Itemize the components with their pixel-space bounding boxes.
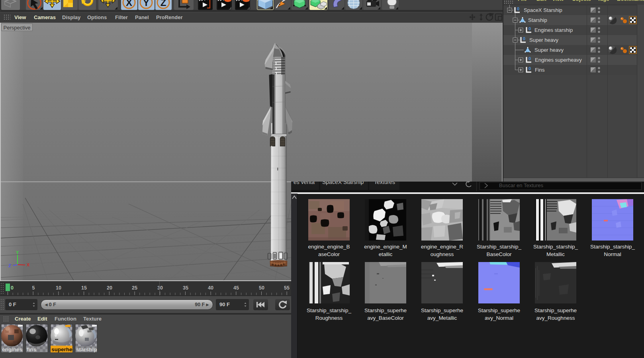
svg-text:Y: Y <box>16 250 19 255</box>
svg-text:X: X <box>126 0 132 8</box>
svg-text:0: 0 <box>529 26 531 31</box>
svg-text:Z: Z <box>8 263 11 268</box>
svg-text:starship: starship <box>76 346 97 352</box>
svg-text:45: 45 <box>233 285 239 291</box>
svg-text:0: 0 <box>523 36 525 41</box>
svg-text:0: 0 <box>11 285 14 291</box>
svg-text:10: 10 <box>56 285 61 291</box>
svg-text:50: 50 <box>259 285 264 291</box>
svg-text:Z: Z <box>161 0 166 8</box>
svg-text:fins: fins <box>27 346 36 352</box>
svg-text:30: 30 <box>157 285 163 291</box>
svg-text:superhe: superhe <box>51 346 72 352</box>
svg-text:55: 55 <box>284 285 290 291</box>
svg-text:25: 25 <box>132 285 137 291</box>
svg-text:0: 0 <box>529 66 531 71</box>
svg-text:X: X <box>27 262 30 267</box>
svg-text:40: 40 <box>208 285 213 291</box>
svg-text:20: 20 <box>107 285 112 291</box>
svg-text:0: 0 <box>529 56 531 61</box>
svg-text:Y: Y <box>143 0 149 8</box>
svg-text:0: 0 <box>517 6 519 11</box>
svg-text:engines: engines <box>2 346 22 352</box>
svg-text:35: 35 <box>183 285 188 291</box>
svg-text:5: 5 <box>32 285 35 291</box>
svg-text:15: 15 <box>81 285 87 291</box>
